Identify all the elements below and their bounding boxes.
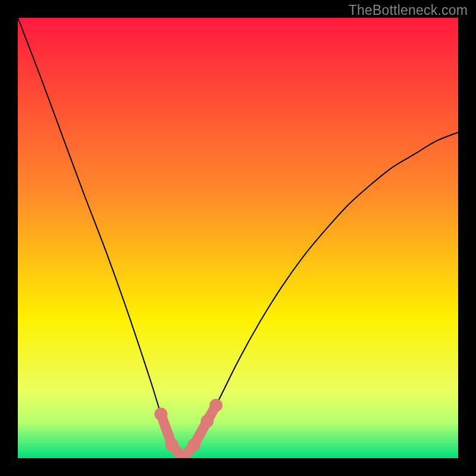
highlight-dot [165, 439, 178, 452]
chart-background [18, 18, 458, 458]
highlight-dot [155, 408, 168, 421]
highlight-dot [209, 399, 223, 412]
bottleneck-chart [18, 18, 458, 458]
highlight-dot [187, 439, 201, 452]
chart-frame: TheBottleneck.com [0, 0, 476, 476]
highlight-dot [201, 415, 214, 428]
watermark: TheBottleneck.com [349, 2, 468, 18]
